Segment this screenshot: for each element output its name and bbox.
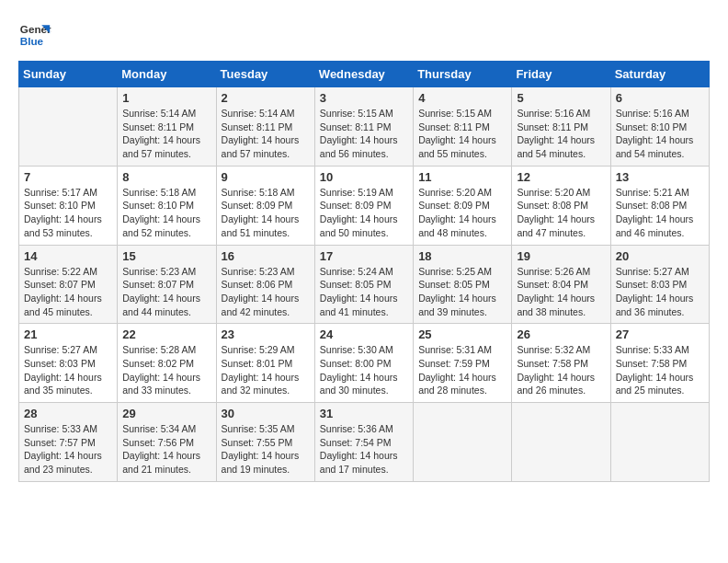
calendar-cell: 24Sunrise: 5:30 AM Sunset: 8:00 PM Dayli… (314, 324, 413, 403)
cell-info: Sunrise: 5:15 AM Sunset: 8:11 PM Dayligh… (418, 107, 506, 161)
calendar-body: 1Sunrise: 5:14 AM Sunset: 8:11 PM Daylig… (19, 87, 710, 482)
calendar-cell: 7Sunrise: 5:17 AM Sunset: 8:10 PM Daylig… (19, 166, 118, 245)
day-number: 8 (122, 170, 210, 184)
calendar-cell: 23Sunrise: 5:29 AM Sunset: 8:01 PM Dayli… (216, 324, 314, 403)
cell-info: Sunrise: 5:20 AM Sunset: 8:08 PM Dayligh… (517, 186, 605, 240)
calendar-header-row: SundayMondayTuesdayWednesdayThursdayFrid… (19, 62, 710, 87)
weekday-header-friday: Friday (512, 62, 610, 87)
cell-info: Sunrise: 5:23 AM Sunset: 8:06 PM Dayligh… (222, 265, 310, 319)
calendar-cell (414, 403, 512, 482)
calendar-cell: 13Sunrise: 5:21 AM Sunset: 8:08 PM Dayli… (610, 166, 709, 245)
cell-info: Sunrise: 5:23 AM Sunset: 8:07 PM Dayligh… (122, 265, 210, 319)
calendar-cell: 6Sunrise: 5:16 AM Sunset: 8:10 PM Daylig… (610, 87, 709, 167)
weekday-header-tuesday: Tuesday (216, 62, 314, 87)
calendar-week-row: 21Sunrise: 5:27 AM Sunset: 8:03 PM Dayli… (19, 324, 710, 403)
cell-info: Sunrise: 5:36 AM Sunset: 7:54 PM Dayligh… (320, 422, 408, 477)
cell-info: Sunrise: 5:22 AM Sunset: 8:07 PM Dayligh… (24, 265, 112, 319)
weekday-header-wednesday: Wednesday (314, 62, 413, 87)
cell-info: Sunrise: 5:27 AM Sunset: 8:03 PM Dayligh… (24, 343, 112, 397)
cell-info: Sunrise: 5:30 AM Sunset: 8:00 PM Dayligh… (320, 343, 408, 397)
day-number: 2 (222, 91, 310, 105)
day-number: 18 (418, 249, 506, 263)
cell-info: Sunrise: 5:16 AM Sunset: 8:11 PM Dayligh… (517, 107, 605, 161)
calendar-cell (512, 403, 610, 482)
day-number: 5 (517, 91, 605, 105)
cell-info: Sunrise: 5:33 AM Sunset: 7:58 PM Dayligh… (616, 343, 704, 397)
cell-info: Sunrise: 5:29 AM Sunset: 8:01 PM Dayligh… (222, 343, 310, 397)
day-number: 7 (24, 170, 112, 184)
day-number: 19 (517, 249, 605, 263)
logo-icon: General Blue (18, 18, 51, 52)
day-number: 31 (320, 407, 408, 420)
day-number: 17 (320, 249, 408, 263)
calendar-cell: 17Sunrise: 5:24 AM Sunset: 8:05 PM Dayli… (314, 245, 413, 324)
svg-text:Blue: Blue (20, 35, 44, 47)
calendar-cell: 26Sunrise: 5:32 AM Sunset: 7:58 PM Dayli… (512, 324, 610, 403)
day-number: 23 (222, 327, 310, 341)
day-number: 16 (222, 249, 310, 263)
day-number: 9 (222, 170, 310, 184)
day-number: 28 (24, 407, 112, 420)
cell-info: Sunrise: 5:25 AM Sunset: 8:05 PM Dayligh… (418, 265, 506, 319)
day-number: 3 (320, 91, 408, 105)
calendar-cell (19, 87, 118, 167)
calendar-table: SundayMondayTuesdayWednesdayThursdayFrid… (18, 61, 710, 482)
calendar-cell: 16Sunrise: 5:23 AM Sunset: 8:06 PM Dayli… (216, 245, 314, 324)
cell-info: Sunrise: 5:32 AM Sunset: 7:58 PM Dayligh… (517, 343, 605, 397)
cell-info: Sunrise: 5:34 AM Sunset: 7:56 PM Dayligh… (122, 422, 210, 477)
calendar-cell: 18Sunrise: 5:25 AM Sunset: 8:05 PM Dayli… (414, 245, 512, 324)
calendar-cell: 29Sunrise: 5:34 AM Sunset: 7:56 PM Dayli… (118, 403, 216, 482)
page-header: General Blue (18, 18, 710, 52)
day-number: 24 (320, 327, 408, 341)
calendar-week-row: 1Sunrise: 5:14 AM Sunset: 8:11 PM Daylig… (19, 87, 710, 167)
calendar-week-row: 14Sunrise: 5:22 AM Sunset: 8:07 PM Dayli… (19, 245, 710, 324)
calendar-week-row: 7Sunrise: 5:17 AM Sunset: 8:10 PM Daylig… (19, 166, 710, 245)
calendar-cell: 9Sunrise: 5:18 AM Sunset: 8:09 PM Daylig… (216, 166, 314, 245)
calendar-cell: 3Sunrise: 5:15 AM Sunset: 8:11 PM Daylig… (314, 87, 413, 167)
day-number: 30 (222, 407, 310, 420)
day-number: 27 (616, 327, 704, 341)
day-number: 11 (418, 170, 506, 184)
weekday-header-saturday: Saturday (610, 62, 709, 87)
day-number: 26 (517, 327, 605, 341)
day-number: 6 (616, 91, 704, 105)
cell-info: Sunrise: 5:27 AM Sunset: 8:03 PM Dayligh… (616, 265, 704, 319)
calendar-cell: 12Sunrise: 5:20 AM Sunset: 8:08 PM Dayli… (512, 166, 610, 245)
calendar-week-row: 28Sunrise: 5:33 AM Sunset: 7:57 PM Dayli… (19, 403, 710, 482)
calendar-cell: 19Sunrise: 5:26 AM Sunset: 8:04 PM Dayli… (512, 245, 610, 324)
cell-info: Sunrise: 5:14 AM Sunset: 8:11 PM Dayligh… (222, 107, 310, 161)
calendar-cell: 4Sunrise: 5:15 AM Sunset: 8:11 PM Daylig… (414, 87, 512, 167)
cell-info: Sunrise: 5:20 AM Sunset: 8:09 PM Dayligh… (418, 186, 506, 240)
day-number: 12 (517, 170, 605, 184)
cell-info: Sunrise: 5:21 AM Sunset: 8:08 PM Dayligh… (616, 186, 704, 240)
weekday-header-sunday: Sunday (19, 62, 118, 87)
calendar-cell: 5Sunrise: 5:16 AM Sunset: 8:11 PM Daylig… (512, 87, 610, 167)
calendar-cell: 25Sunrise: 5:31 AM Sunset: 7:59 PM Dayli… (414, 324, 512, 403)
cell-info: Sunrise: 5:15 AM Sunset: 8:11 PM Dayligh… (320, 107, 408, 161)
cell-info: Sunrise: 5:31 AM Sunset: 7:59 PM Dayligh… (418, 343, 506, 397)
cell-info: Sunrise: 5:14 AM Sunset: 8:11 PM Dayligh… (122, 107, 210, 161)
cell-info: Sunrise: 5:35 AM Sunset: 7:55 PM Dayligh… (222, 422, 310, 477)
cell-info: Sunrise: 5:17 AM Sunset: 8:10 PM Dayligh… (24, 186, 112, 240)
cell-info: Sunrise: 5:33 AM Sunset: 7:57 PM Dayligh… (24, 422, 112, 477)
cell-info: Sunrise: 5:28 AM Sunset: 8:02 PM Dayligh… (122, 343, 210, 397)
day-number: 10 (320, 170, 408, 184)
calendar-cell: 30Sunrise: 5:35 AM Sunset: 7:55 PM Dayli… (216, 403, 314, 482)
calendar-cell: 10Sunrise: 5:19 AM Sunset: 8:09 PM Dayli… (314, 166, 413, 245)
day-number: 15 (122, 249, 210, 263)
calendar-cell: 15Sunrise: 5:23 AM Sunset: 8:07 PM Dayli… (118, 245, 216, 324)
day-number: 1 (122, 91, 210, 105)
day-number: 21 (24, 327, 112, 341)
day-number: 25 (418, 327, 506, 341)
day-number: 14 (24, 249, 112, 263)
cell-info: Sunrise: 5:24 AM Sunset: 8:05 PM Dayligh… (320, 265, 408, 319)
cell-info: Sunrise: 5:16 AM Sunset: 8:10 PM Dayligh… (616, 107, 704, 161)
weekday-header-thursday: Thursday (414, 62, 512, 87)
weekday-header-monday: Monday (118, 62, 216, 87)
day-number: 4 (418, 91, 506, 105)
day-number: 29 (122, 407, 210, 420)
calendar-cell: 14Sunrise: 5:22 AM Sunset: 8:07 PM Dayli… (19, 245, 118, 324)
day-number: 13 (616, 170, 704, 184)
logo: General Blue (18, 18, 51, 52)
calendar-cell: 20Sunrise: 5:27 AM Sunset: 8:03 PM Dayli… (610, 245, 709, 324)
